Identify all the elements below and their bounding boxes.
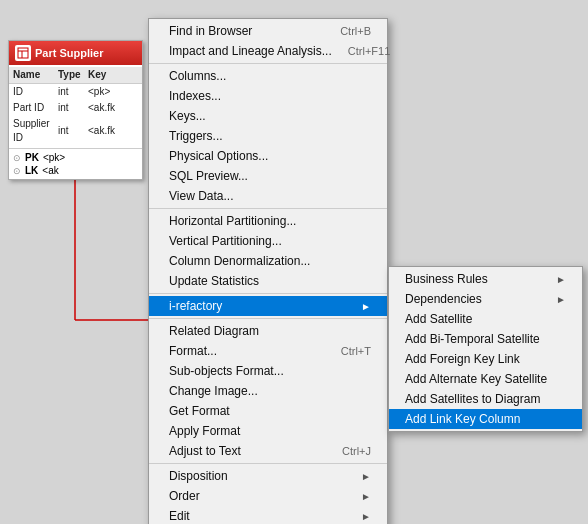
menu-item-physical-options[interactable]: Physical Options... — [149, 146, 387, 166]
table-icon — [15, 45, 31, 61]
footer-row-lk: ⊙ LK <ak — [9, 164, 142, 177]
footer-row-pk: ⊙ PK <pk> — [9, 151, 142, 164]
menu-item-keys[interactable]: Keys... — [149, 106, 387, 126]
section-divider — [9, 148, 142, 149]
menu-item-edit[interactable]: Edit ► — [149, 506, 387, 524]
entity-title: Part Supplier — [35, 47, 103, 59]
menu-item-format[interactable]: Format... Ctrl+T — [149, 341, 387, 361]
svg-rect-4 — [18, 48, 28, 58]
submenu-item-add-bi-temporal[interactable]: Add Bi-Temporal Satellite — [389, 329, 582, 349]
submenu-item-add-satellite[interactable]: Add Satellite — [389, 309, 582, 329]
table-row: Supplier ID int <ak.fk — [9, 116, 142, 146]
submenu-item-add-link-key-column[interactable]: Add Link Key Column — [389, 409, 582, 429]
menu-item-triggers[interactable]: Triggers... — [149, 126, 387, 146]
menu-separator — [149, 318, 387, 319]
menu-item-column-denormalization[interactable]: Column Denormalization... — [149, 251, 387, 271]
menu-item-order[interactable]: Order ► — [149, 486, 387, 506]
menu-item-adjust-to-text[interactable]: Adjust to Text Ctrl+J — [149, 441, 387, 461]
table-row: Part ID int <ak.fk — [9, 100, 142, 116]
submenu-item-business-rules[interactable]: Business Rules ► — [389, 269, 582, 289]
table-row: ID int <pk> — [9, 84, 142, 100]
menu-item-i-refactory[interactable]: i-refactory ► — [149, 296, 387, 316]
entity-body: Name Type Key ID int <pk> Part ID int <a… — [9, 65, 142, 179]
menu-separator — [149, 208, 387, 209]
menu-item-disposition[interactable]: Disposition ► — [149, 466, 387, 486]
menu-item-sql-preview[interactable]: SQL Preview... — [149, 166, 387, 186]
submenu-item-dependencies[interactable]: Dependencies ► — [389, 289, 582, 309]
entity-card[interactable]: Part Supplier Name Type Key ID int <pk> … — [8, 40, 143, 180]
menu-item-related-diagram[interactable]: Related Diagram — [149, 321, 387, 341]
menu-item-change-image[interactable]: Change Image... — [149, 381, 387, 401]
menu-item-vertical-partitioning[interactable]: Vertical Partitioning... — [149, 231, 387, 251]
menu-item-get-format[interactable]: Get Format — [149, 401, 387, 421]
menu-item-update-statistics[interactable]: Update Statistics — [149, 271, 387, 291]
submenu-item-add-alternate-key[interactable]: Add Alternate Key Satellite — [389, 369, 582, 389]
menu-separator — [149, 463, 387, 464]
context-menu-sub: Business Rules ► Dependencies ► Add Sate… — [388, 266, 583, 432]
menu-item-find-browser[interactable]: Find in Browser Ctrl+B — [149, 21, 387, 41]
menu-item-impact-lineage[interactable]: Impact and Lineage Analysis... Ctrl+F11 — [149, 41, 387, 61]
menu-item-indexes[interactable]: Indexes... — [149, 86, 387, 106]
context-menu-main: Find in Browser Ctrl+B Impact and Lineag… — [148, 18, 388, 524]
menu-item-view-data[interactable]: View Data... — [149, 186, 387, 206]
submenu-item-add-foreign-key-link[interactable]: Add Foreign Key Link — [389, 349, 582, 369]
column-header-row: Name Type Key — [9, 67, 142, 84]
menu-separator — [149, 63, 387, 64]
entity-header: Part Supplier — [9, 41, 142, 65]
submenu-item-add-satellites-diagram[interactable]: Add Satellites to Diagram — [389, 389, 582, 409]
menu-item-sub-objects-format[interactable]: Sub-objects Format... — [149, 361, 387, 381]
menu-item-apply-format[interactable]: Apply Format — [149, 421, 387, 441]
menu-separator — [149, 293, 387, 294]
menu-item-columns[interactable]: Columns... — [149, 66, 387, 86]
menu-item-horizontal-partitioning[interactable]: Horizontal Partitioning... — [149, 211, 387, 231]
